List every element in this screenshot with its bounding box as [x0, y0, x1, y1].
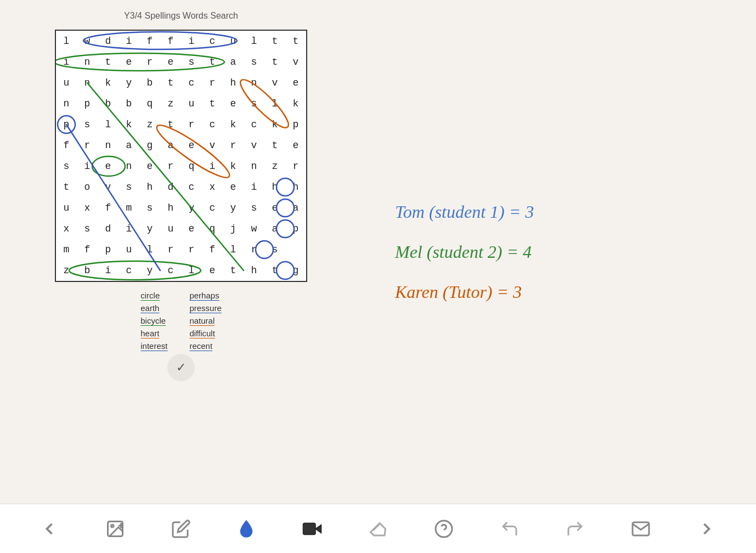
mail-button[interactable]	[625, 514, 656, 544]
cell-r10-c5: r	[160, 239, 181, 260]
cell-r7-c3: s	[119, 177, 139, 198]
cell-r0-c7: c	[202, 31, 223, 52]
cell-r8-c0: u	[56, 198, 77, 218]
cell-r6-c1: i	[77, 156, 98, 177]
eraser-button[interactable]	[363, 514, 393, 544]
cell-r3-c0: n	[56, 93, 77, 114]
cell-r8-c9: s	[244, 198, 264, 218]
drop-button[interactable]	[231, 514, 262, 544]
forward-button[interactable]	[691, 514, 722, 544]
cell-r7-c6: c	[181, 177, 202, 198]
left-panel: Y3/4 Spellings Words Search lwdifficultt…	[0, 0, 362, 504]
cell-r0-c1: w	[77, 31, 98, 52]
cell-r1-c1: n	[77, 52, 98, 72]
cell-r3-c2: b	[98, 93, 119, 114]
cell-r6-c9: n	[244, 156, 264, 177]
back-button[interactable]	[34, 514, 65, 544]
cell-r9-c7: q	[202, 218, 223, 239]
cell-r9-c8: j	[223, 218, 244, 239]
cell-r0-c0: l	[56, 31, 77, 52]
word-item: pressure	[189, 303, 221, 313]
cell-r1-c8: a	[223, 52, 244, 72]
cell-r3-c3: b	[119, 93, 139, 114]
svg-point-15	[111, 524, 114, 527]
svg-rect-19	[303, 523, 316, 534]
cell-r7-c0: t	[56, 177, 77, 198]
chevron-area: ✓	[167, 351, 195, 385]
cell-r5-c5: a	[160, 135, 181, 156]
cell-r10-c11	[285, 239, 306, 260]
cell-r1-c4: r	[139, 52, 160, 72]
cell-r2-c7: r	[202, 72, 223, 93]
cell-r9-c11: p	[285, 218, 306, 239]
cell-r4-c6: r	[181, 114, 202, 135]
cell-r9-c0: x	[56, 218, 77, 239]
cell-r10-c8: l	[223, 239, 244, 260]
cell-r11-c7: e	[202, 260, 223, 281]
cell-r6-c0: s	[56, 156, 77, 177]
cell-r4-c9: c	[244, 114, 264, 135]
cell-r8-c10: e	[264, 198, 285, 218]
cell-r1-c2: t	[98, 52, 119, 72]
cell-r2-c8: h	[223, 72, 244, 93]
wordsearch-grid: lwdifficulttinterestastvunkybtcrhnvenpbb…	[56, 31, 306, 281]
video-button[interactable]	[297, 514, 328, 544]
score-line: Mel (student 2) = 4	[395, 242, 534, 262]
cell-r5-c9: v	[244, 135, 264, 156]
cell-r11-c0: z	[56, 260, 77, 281]
redo-button[interactable]	[560, 514, 590, 544]
cell-r11-c11: g	[285, 260, 306, 281]
chevron-button[interactable]: ✓	[167, 354, 195, 381]
cell-r11-c9: h	[244, 260, 264, 281]
word-list: circleearthbicycleheartinterest perhapsp…	[140, 291, 222, 351]
cell-r11-c5: c	[160, 260, 181, 281]
cell-r6-c8: k	[223, 156, 244, 177]
cell-r9-c2: d	[98, 218, 119, 239]
cell-r9-c1: s	[77, 218, 98, 239]
cell-r6-c10: z	[264, 156, 285, 177]
cell-r0-c5: f	[160, 31, 181, 52]
cell-r2-c0: u	[56, 72, 77, 93]
cell-r11-c4: y	[139, 260, 160, 281]
cell-r6-c4: e	[139, 156, 160, 177]
cell-r1-c5: e	[160, 52, 181, 72]
word-item: interest	[140, 341, 167, 351]
cell-r6-c5: r	[160, 156, 181, 177]
cell-r11-c3: c	[119, 260, 139, 281]
cell-r1-c0: i	[56, 52, 77, 72]
help-button[interactable]	[428, 514, 459, 544]
cell-r4-c8: k	[223, 114, 244, 135]
add-image-button[interactable]	[100, 514, 131, 544]
cell-r9-c10: a	[264, 218, 285, 239]
cell-r3-c1: p	[77, 93, 98, 114]
cell-r3-c6: u	[181, 93, 202, 114]
cell-r10-c6: r	[181, 239, 202, 260]
word-item: recent	[189, 341, 221, 351]
cell-r1-c10: t	[264, 52, 285, 72]
cell-r0-c9: l	[244, 31, 264, 52]
cell-r5-c2: n	[98, 135, 119, 156]
cell-r7-c1: o	[77, 177, 98, 198]
cell-r5-c6: e	[181, 135, 202, 156]
undo-button[interactable]	[494, 514, 525, 544]
cell-r4-c1: s	[77, 114, 98, 135]
cell-r10-c4: l	[139, 239, 160, 260]
cell-r11-c2: i	[98, 260, 119, 281]
cell-r8-c4: s	[139, 198, 160, 218]
cell-r5-c4: g	[139, 135, 160, 156]
cell-r5-c7: v	[202, 135, 223, 156]
cell-r8-c1: x	[77, 198, 98, 218]
cell-r9-c5: u	[160, 218, 181, 239]
cell-r6-c3: n	[119, 156, 139, 177]
cell-r2-c5: t	[160, 72, 181, 93]
cell-r5-c8: r	[223, 135, 244, 156]
cell-r3-c11: k	[285, 93, 306, 114]
cell-r3-c7: t	[202, 93, 223, 114]
cell-r7-c11: h	[285, 177, 306, 198]
pencil-button[interactable]	[166, 514, 196, 544]
cell-r8-c3: m	[119, 198, 139, 218]
cell-r0-c6: i	[181, 31, 202, 52]
word-item: heart	[140, 329, 167, 338]
cell-r4-c0: p	[56, 114, 77, 135]
cell-r7-c5: d	[160, 177, 181, 198]
